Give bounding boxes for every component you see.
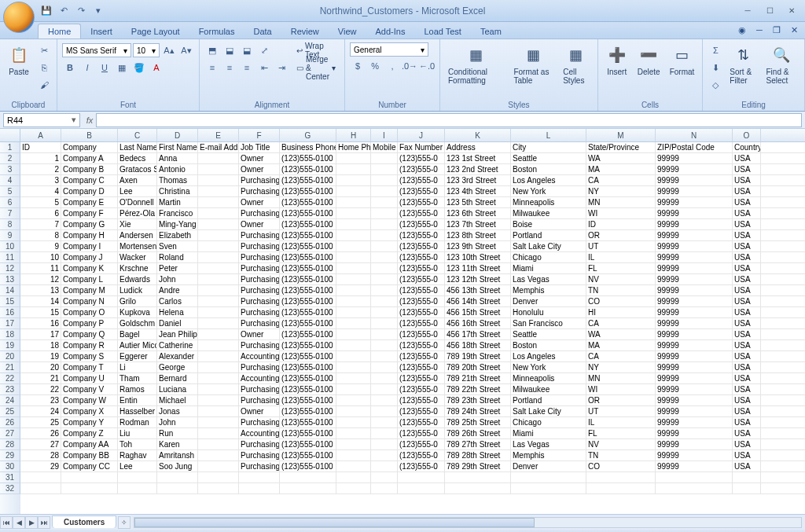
cell[interactable]: Company N — [61, 296, 118, 306]
sheet-nav-last-icon[interactable]: ⏭ — [38, 516, 50, 529]
cell[interactable]: Accounting — [239, 373, 280, 383]
cell[interactable] — [371, 351, 398, 361]
cell[interactable]: Fax Number — [398, 142, 445, 152]
cell[interactable]: 99999 — [656, 329, 733, 339]
sheet-nav-first-icon[interactable]: ⏮ — [0, 516, 13, 529]
cell[interactable]: Owner — [239, 153, 280, 163]
cell[interactable]: Milwaukee — [511, 208, 586, 218]
cell[interactable]: USA — [733, 285, 761, 295]
cell[interactable] — [198, 164, 239, 174]
column-header[interactable]: N — [656, 129, 733, 141]
tab-home[interactable]: Home — [38, 24, 81, 39]
cell[interactable] — [280, 483, 336, 493]
cell[interactable]: 99999 — [656, 274, 733, 284]
cell[interactable]: 123 8th Street — [445, 230, 511, 240]
cell[interactable]: Elizabeth — [157, 230, 198, 240]
cell[interactable]: (123)555-0100 — [280, 417, 336, 427]
cell[interactable]: 14 — [20, 296, 61, 306]
cell[interactable] — [198, 340, 239, 350]
cell[interactable]: State/Province — [586, 142, 656, 152]
cell[interactable]: USA — [733, 351, 761, 361]
format-cells-button[interactable]: ▭Format — [667, 42, 698, 78]
cell[interactable]: Catherine — [157, 340, 198, 350]
cell[interactable]: 789 29th Street — [445, 461, 511, 471]
italic-button[interactable]: I — [79, 60, 95, 75]
cell[interactable] — [398, 472, 445, 482]
row-header[interactable]: 10 — [0, 241, 20, 252]
cell[interactable]: Anna — [157, 153, 198, 163]
conditional-formatting-button[interactable]: ▦Conditional Formatting — [445, 42, 507, 86]
cell[interactable] — [371, 384, 398, 394]
cell[interactable] — [198, 373, 239, 383]
cell[interactable] — [336, 285, 371, 295]
cell[interactable] — [656, 472, 733, 482]
cell[interactable]: Chicago — [511, 252, 586, 262]
name-box[interactable]: R44▾ — [3, 113, 80, 127]
cell[interactable] — [371, 483, 398, 493]
cell[interactable]: O'Donnell — [118, 197, 157, 207]
cell[interactable]: 789 24th Street — [445, 406, 511, 416]
cell[interactable]: Company C — [61, 175, 118, 185]
cell[interactable]: Business Phone — [280, 142, 336, 152]
cell[interactable]: 99999 — [656, 285, 733, 295]
cell[interactable]: Memphis — [511, 450, 586, 460]
cell[interactable]: Boston — [511, 340, 586, 350]
cell[interactable]: Helena — [157, 307, 198, 317]
cell[interactable]: Company H — [61, 230, 118, 240]
cell[interactable] — [336, 428, 371, 438]
cell[interactable]: (123)555-0100 — [280, 329, 336, 339]
cell[interactable]: 28 — [20, 450, 61, 460]
sort-filter-button[interactable]: ⇅Sort & Filter — [726, 42, 759, 86]
cell[interactable]: Company B — [61, 164, 118, 174]
cell[interactable]: NY — [586, 186, 656, 196]
cell[interactable]: FL — [586, 263, 656, 273]
cell[interactable] — [398, 483, 445, 493]
cell[interactable] — [198, 439, 239, 449]
cell[interactable] — [371, 406, 398, 416]
cell[interactable]: Owner — [239, 197, 280, 207]
cell[interactable]: Jean Philippe — [157, 329, 198, 339]
cell[interactable]: USA — [733, 153, 761, 163]
decrease-indent-icon[interactable]: ⇤ — [256, 60, 272, 75]
row-header[interactable]: 6 — [0, 197, 20, 208]
cell[interactable]: (123)555-0100 — [280, 406, 336, 416]
cell[interactable]: 17 — [20, 329, 61, 339]
cell[interactable]: Chicago — [511, 417, 586, 427]
cell[interactable] — [198, 208, 239, 218]
cell[interactable]: Purchasing — [239, 186, 280, 196]
cell[interactable]: USA — [733, 263, 761, 273]
cell[interactable]: 99999 — [656, 351, 733, 361]
cell[interactable]: E-mail Address — [198, 142, 239, 152]
row-header[interactable]: 19 — [0, 340, 20, 351]
cell[interactable]: Company I — [61, 241, 118, 251]
cell[interactable] — [198, 241, 239, 251]
cell[interactable]: Owner — [239, 219, 280, 229]
cell[interactable] — [371, 208, 398, 218]
cell[interactable]: (123)555-0100 — [280, 461, 336, 471]
cell[interactable]: Purchasing — [239, 307, 280, 317]
cell[interactable]: 456 13th Street — [445, 285, 511, 295]
cell[interactable]: Company O — [61, 307, 118, 317]
row-header[interactable]: 15 — [0, 296, 20, 307]
cell[interactable]: USA — [733, 219, 761, 229]
cell[interactable]: 7 — [20, 219, 61, 229]
cell[interactable]: 26 — [20, 428, 61, 438]
cell[interactable]: Purchasing — [239, 461, 280, 471]
cell[interactable]: (123)555-0 — [398, 329, 445, 339]
cell[interactable]: Purchasing — [239, 285, 280, 295]
increase-indent-icon[interactable]: ⇥ — [274, 60, 289, 75]
currency-icon[interactable]: $ — [350, 58, 366, 74]
cell[interactable]: Jonas — [157, 406, 198, 416]
cell[interactable]: 99999 — [656, 362, 733, 372]
cell[interactable]: Rodman — [118, 417, 157, 427]
cell[interactable]: 789 27th Street — [445, 439, 511, 449]
cell[interactable] — [336, 274, 371, 284]
cell[interactable]: 99999 — [656, 219, 733, 229]
cell[interactable]: FL — [586, 428, 656, 438]
row-header[interactable]: 30 — [0, 461, 20, 472]
cell[interactable]: WI — [586, 208, 656, 218]
cell[interactable]: (123)555-0 — [398, 461, 445, 471]
cell[interactable]: (123)555-0100 — [280, 274, 336, 284]
increase-decimal-icon[interactable]: .0→ — [402, 58, 417, 74]
tab-insert[interactable]: Insert — [81, 24, 122, 39]
